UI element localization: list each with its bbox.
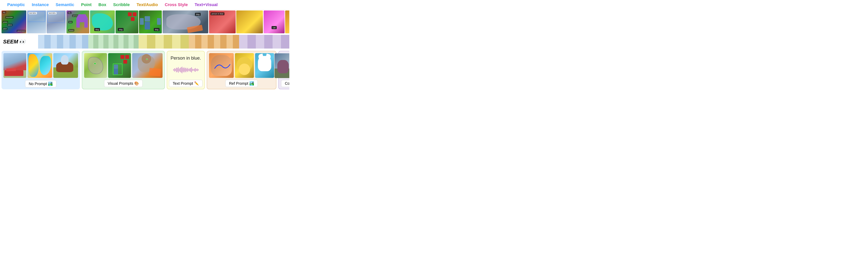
visual-prompt-image-1	[84, 53, 107, 78]
seem-banner: SEEM 👀	[0, 35, 289, 49]
stripe-green-5	[108, 35, 114, 49]
text-prompt-label: Text Prompt ✏️	[169, 80, 203, 87]
stripe-yellow-2	[147, 35, 155, 49]
tab-textaudio[interactable]: Text/Audio	[133, 2, 161, 8]
crossstyle-image-2	[285, 10, 289, 33]
stripe-green-10	[134, 35, 138, 49]
stripe-purple-3	[256, 35, 264, 49]
composition-images: Text: largest bear	[275, 53, 289, 78]
stripe-blue-7	[76, 35, 82, 49]
stripe-blue-8	[82, 35, 88, 49]
tab-semantic[interactable]: Semantic	[52, 2, 78, 8]
waveform-display	[169, 66, 203, 74]
composition-image-1: Text: largest bear	[275, 53, 289, 78]
stripe-orange-6	[220, 35, 226, 49]
stripe-green-9	[128, 35, 133, 49]
stripe-section-orange	[189, 35, 239, 49]
stripe-blue-6	[69, 35, 76, 49]
stripe-section-blue	[38, 35, 88, 49]
panel-composition: Text: largest bear Composition	[278, 51, 289, 89]
stripe-section-green	[88, 35, 138, 49]
box-image-2: dog	[139, 10, 162, 33]
stripe-orange-8	[233, 35, 239, 49]
stripe-purple-5	[273, 35, 281, 49]
stripe-orange-7	[226, 35, 233, 49]
panel-text-prompt: Person in blue.	[167, 51, 205, 89]
instance-image-1: bird 96%	[27, 10, 46, 33]
tab-box[interactable]: Box	[95, 2, 110, 8]
stripe-green-3	[98, 35, 103, 49]
stripe-green-8	[124, 35, 128, 49]
stripe-section-purple	[239, 35, 289, 49]
panel-ref-prompt: Ref Prompt 🏞️	[207, 51, 276, 89]
stripe-yellow-6	[181, 35, 189, 49]
stripe-green-1	[88, 35, 93, 49]
instance-images: bird 96% bird 99%	[27, 10, 66, 33]
visual-prompts-images	[84, 53, 162, 78]
crossstyle-image-1: cat	[264, 10, 285, 33]
textaudio-image-2	[236, 10, 263, 33]
semantic-images: sky person tree desert	[66, 10, 89, 33]
ref-prompt-image-3	[255, 53, 274, 78]
point-images: dog	[90, 10, 115, 33]
scribble-image: dog	[162, 10, 208, 33]
top-images-row: sky mountain grass plane plant pavement …	[0, 10, 289, 33]
stripe-blue-4	[57, 35, 63, 49]
top-tabs-container: Panoptic Instance Semantic Point Box Scr…	[0, 0, 289, 10]
stripe-yellow-1	[138, 35, 147, 49]
point-image: dog	[90, 10, 115, 33]
no-prompt-image-1	[3, 53, 26, 78]
stripe-green-7	[118, 35, 123, 49]
stripe-purple-2	[247, 35, 256, 49]
stripe-blue-2	[44, 35, 51, 49]
ref-prompt-label: Ref Prompt 🏞️	[225, 80, 258, 87]
tab-point[interactable]: Point	[78, 2, 95, 8]
panoptic-images: sky mountain grass plane plant pavement	[2, 10, 26, 33]
bottom-panels: No Prompt 🏞️	[0, 49, 289, 92]
stripe-green-6	[114, 35, 118, 49]
stripe-yellow-3	[155, 35, 164, 49]
stripe-purple-1	[239, 35, 247, 49]
no-prompt-image-2	[27, 53, 52, 78]
panel-no-prompt: No Prompt 🏞️	[2, 51, 80, 89]
stripe-orange-1	[189, 35, 195, 49]
no-prompt-label: No Prompt 🏞️	[25, 80, 56, 87]
crossstyle-images: cat cat	[264, 10, 289, 33]
stripe-blue-1	[38, 35, 44, 49]
stripe-orange-3	[202, 35, 208, 49]
stripe-orange-4	[208, 35, 214, 49]
ref-prompt-image-2	[235, 53, 254, 78]
stripe-blue-5	[63, 35, 69, 49]
no-prompt-image-3	[53, 53, 78, 78]
panel-visual-prompts: Visual Prompts 🎨	[82, 51, 165, 89]
tab-crossstyle[interactable]: Cross Style	[161, 2, 191, 8]
tab-textvisual[interactable]: Text+Visual	[191, 2, 221, 8]
tab-scribble[interactable]: Scribble	[110, 2, 133, 8]
ref-prompt-image-1	[209, 53, 234, 78]
composition-label: Composition	[281, 80, 289, 87]
ref-prompt-images	[209, 53, 274, 78]
instance-image-2: bird 99%	[46, 10, 66, 33]
stripe-blue-3	[51, 35, 57, 49]
text-prompt-display: Person in blue.	[170, 55, 201, 61]
textaudio-image-1: person in blue	[209, 10, 236, 33]
stripe-green-2	[93, 35, 98, 49]
stripe-purple-6	[281, 35, 289, 49]
tab-instance[interactable]: Instance	[28, 2, 52, 8]
seem-eyes-icon: 👀	[19, 39, 26, 45]
seem-logo-text: SEEM	[3, 39, 18, 45]
visual-prompt-image-3	[132, 53, 162, 78]
semantic-image: sky person tree desert	[66, 10, 89, 33]
stripe-green-4	[103, 35, 108, 49]
stripe-yellow-4	[164, 35, 172, 49]
tab-panoptic[interactable]: Panoptic	[4, 2, 28, 8]
stripe-orange-2	[195, 35, 202, 49]
scribble-images: dog	[162, 10, 208, 33]
textaudio-images: person in blue	[209, 10, 263, 33]
no-prompt-images	[3, 53, 78, 78]
stripe-section-yellow	[138, 35, 189, 49]
visual-prompts-label: Visual Prompts 🎨	[104, 80, 143, 87]
stripe-orange-5	[214, 35, 220, 49]
stripe-purple-4	[264, 35, 273, 49]
box-images: dog dog	[116, 10, 162, 33]
